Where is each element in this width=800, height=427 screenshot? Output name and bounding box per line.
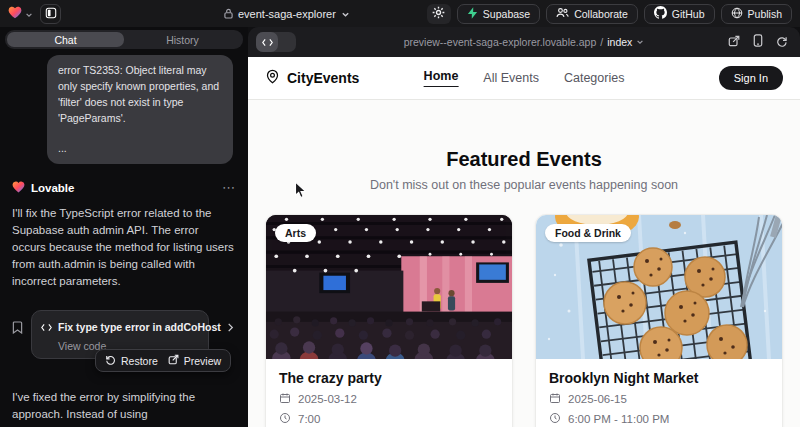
- category-badge: Arts: [275, 224, 316, 242]
- url-host: preview--event-saga-explorer.lovable.app: [404, 36, 597, 48]
- collaborate-button[interactable]: Collaborate: [546, 4, 638, 24]
- fix-card-title: Fix type type error in addCoHost: [58, 321, 221, 333]
- publish-label: Publish: [748, 8, 782, 20]
- event-time-row: 6:00 PM - 11:00 PM: [549, 412, 769, 426]
- event-cards-grid: Arts The crazy party 2025-03-12: [265, 214, 783, 427]
- paragraph-2-text: I've fixed the error by simplifying the …: [12, 391, 195, 420]
- brand-name: CityEvents: [287, 70, 359, 86]
- clock-icon: [549, 412, 561, 426]
- nav-home[interactable]: Home: [424, 69, 459, 87]
- calendar-icon: [279, 392, 291, 406]
- tab-history[interactable]: History: [124, 32, 241, 47]
- supabase-label: Supabase: [483, 8, 530, 20]
- lovable-heart-icon: [8, 5, 22, 23]
- publish-button[interactable]: Publish: [721, 4, 792, 24]
- chevron-right-icon: [227, 318, 234, 336]
- top-bar: event-saga-explorer Supabase: [0, 0, 800, 27]
- assistant-name: Lovable: [31, 182, 216, 194]
- event-date: 2025-03-12: [298, 393, 357, 405]
- preview-pane: preview--event-saga-explorer.lovable.app…: [248, 27, 800, 427]
- restore-button[interactable]: Restore: [105, 354, 158, 367]
- gear-icon: [432, 5, 445, 23]
- event-card[interactable]: Arts The crazy party 2025-03-12: [265, 214, 513, 427]
- message-ellipsis: ...: [58, 140, 222, 156]
- event-title: The crazy party: [279, 370, 499, 386]
- user-message-text: error TS2353: Object literal may only sp…: [58, 62, 222, 126]
- event-time: 6:00 PM - 11:00 PM: [568, 413, 669, 425]
- users-icon: [556, 7, 569, 20]
- chevron-down-icon: [25, 5, 33, 23]
- settings-button[interactable]: [427, 4, 451, 24]
- event-title: Brooklyn Night Market: [549, 370, 769, 386]
- nav-categories[interactable]: Categories: [564, 71, 624, 85]
- map-pin-icon: [265, 69, 280, 87]
- chevron-down-icon: [636, 36, 644, 48]
- github-button[interactable]: GitHub: [644, 4, 715, 24]
- collaborate-label: Collaborate: [574, 8, 628, 20]
- lovable-editor-screen: event-saga-explorer Supabase: [0, 0, 800, 427]
- site-header: CityEvents Home All Events Categories Si…: [248, 57, 800, 100]
- globe-icon: [731, 7, 743, 21]
- chat-history-tabs: Chat History: [5, 30, 243, 49]
- event-date: 2025-06-15: [568, 393, 627, 405]
- toggle-sidebar-button[interactable]: [40, 4, 61, 24]
- preview-label: Preview: [184, 355, 221, 367]
- project-name: event-saga-explorer: [238, 8, 336, 20]
- open-preview-icon: [168, 354, 179, 367]
- github-icon: [654, 6, 667, 21]
- code-icon: [262, 33, 273, 51]
- assistant-header: Lovable ⋯: [12, 179, 236, 197]
- site-brand[interactable]: CityEvents: [265, 69, 359, 87]
- bookmark-icon[interactable]: [12, 320, 23, 338]
- event-time-row: 7:00: [279, 412, 499, 426]
- chevron-down-icon: [341, 5, 350, 23]
- open-in-new-window-icon[interactable]: [728, 33, 740, 51]
- code-icon: [41, 318, 52, 336]
- category-badge: Food & Drink: [545, 224, 631, 242]
- more-options-icon[interactable]: ⋯: [222, 183, 236, 193]
- restore-label: Restore: [121, 355, 158, 367]
- project-selector[interactable]: event-saga-explorer: [224, 0, 350, 27]
- supabase-icon: [467, 7, 478, 21]
- assistant-paragraph-2: I've fixed the error by simplifying the …: [12, 389, 234, 427]
- preview-button[interactable]: Preview: [168, 354, 221, 367]
- mobile-view-icon[interactable]: [753, 33, 763, 51]
- assistant-paragraph-1: I'll fix the TypeScript error related to…: [12, 205, 234, 290]
- restore-preview-toolbar: Restore Preview: [95, 349, 231, 372]
- refresh-icon[interactable]: [776, 33, 788, 51]
- lock-icon: [224, 5, 233, 23]
- calendar-icon: [549, 392, 561, 406]
- sign-in-button[interactable]: Sign In: [719, 66, 783, 90]
- url-path: index: [607, 36, 632, 48]
- fix-card-row: Fix type type error in addCoHost View co…: [12, 310, 248, 359]
- sidebar-panel-icon: [45, 5, 57, 23]
- code-view-toggle[interactable]: [256, 32, 296, 52]
- preview-url-bar[interactable]: preview--event-saga-explorer.lovable.app…: [404, 36, 645, 48]
- supabase-button[interactable]: Supabase: [457, 4, 540, 24]
- preview-website: CityEvents Home All Events Categories Si…: [248, 57, 800, 427]
- event-time: 7:00: [298, 413, 320, 425]
- featured-events-heading: Featured Events: [248, 148, 800, 171]
- tab-chat[interactable]: Chat: [7, 32, 124, 47]
- event-image-cookies: Food & Drink: [536, 215, 782, 359]
- featured-events-subheading: Don't miss out on these popular events h…: [248, 178, 800, 192]
- site-nav: Home All Events Categories: [424, 69, 625, 87]
- event-image-conference: Arts: [266, 215, 512, 359]
- event-date-row: 2025-03-12: [279, 392, 499, 406]
- event-card[interactable]: Food & Drink Brooklyn Night Market 2025-…: [535, 214, 783, 427]
- url-separator: /: [600, 36, 603, 48]
- user-message-bubble: error TS2353: Object literal may only sp…: [47, 55, 233, 164]
- nav-all-events[interactable]: All Events: [483, 71, 539, 85]
- preview-toolbar: preview--event-saga-explorer.lovable.app…: [248, 27, 800, 57]
- restore-icon: [105, 354, 116, 367]
- clock-icon: [279, 412, 291, 426]
- github-label: GitHub: [672, 8, 705, 20]
- lovable-heart-icon: [12, 179, 25, 197]
- event-date-row: 2025-06-15: [549, 392, 769, 406]
- chat-panel: Chat History error TS2353: Object litera…: [0, 27, 248, 427]
- lovable-logo-menu[interactable]: [8, 5, 33, 23]
